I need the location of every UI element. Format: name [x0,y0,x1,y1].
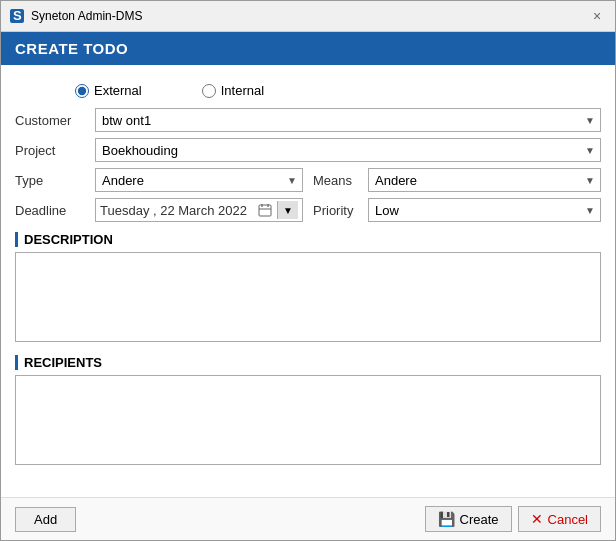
footer-right: 💾 Create ✕ Cancel [425,506,602,532]
project-select-wrapper: Boekhouding [95,138,601,162]
type-means-row: Type Andere Means Andere [15,168,601,192]
cancel-button[interactable]: ✕ Cancel [518,506,601,532]
customer-row: Customer btw ont1 [15,108,601,132]
main-window: S Syneton Admin-DMS × CREATE TODO Extern… [0,0,616,541]
type-label: Type [15,173,95,188]
deadline-value: Tuesday , 22 March 2022 [100,203,253,218]
radio-external-label: External [94,83,142,98]
description-header: DESCRIPTION [15,232,601,247]
customer-select-wrapper: btw ont1 [95,108,601,132]
deadline-part: Deadline Tuesday , 22 March 2022 ▼ [15,198,303,222]
customer-label: Customer [15,113,95,128]
deadline-priority-row: Deadline Tuesday , 22 March 2022 ▼ [15,198,601,222]
project-select[interactable]: Boekhouding [95,138,601,162]
cancel-button-label: Cancel [548,512,588,527]
deadline-dropdown-button[interactable]: ▼ [277,201,298,219]
project-label: Project [15,143,95,158]
svg-text:S: S [13,8,22,23]
means-label: Means [313,173,368,188]
add-button[interactable]: Add [15,507,76,532]
means-part: Means Andere [313,168,601,192]
means-select[interactable]: Andere [368,168,601,192]
svg-rect-2 [259,205,271,216]
type-part: Type Andere [15,168,303,192]
title-bar-left: S Syneton Admin-DMS [9,8,142,24]
radio-internal-label: Internal [221,83,264,98]
radio-internal-input[interactable] [202,84,216,98]
priority-select[interactable]: Low [368,198,601,222]
type-select[interactable]: Andere [95,168,303,192]
create-button[interactable]: 💾 Create [425,506,512,532]
priority-part: Priority Low [313,198,601,222]
title-bar: S Syneton Admin-DMS × [1,1,615,32]
calendar-button[interactable] [256,203,274,217]
save-icon: 💾 [438,511,455,527]
window-title: Syneton Admin-DMS [31,9,142,23]
radio-internal[interactable]: Internal [202,83,264,98]
type-select-wrapper: Andere [95,168,303,192]
priority-select-wrapper: Low [368,198,601,222]
project-row: Project Boekhouding [15,138,601,162]
means-select-wrapper: Andere [368,168,601,192]
deadline-input-wrapper[interactable]: Tuesday , 22 March 2022 ▼ [95,198,303,222]
dialog-title: CREATE TODO [15,40,128,57]
recipients-header: RECIPIENTS [15,355,601,370]
cancel-icon: ✕ [531,511,543,527]
create-button-label: Create [460,512,499,527]
form-body: External Internal Customer btw ont1 Proj… [1,65,615,497]
deadline-label: Deadline [15,203,95,218]
customer-select[interactable]: btw ont1 [95,108,601,132]
close-button[interactable]: × [587,6,607,26]
recipients-textarea[interactable] [15,375,601,465]
calendar-icon [258,203,272,217]
radio-external-input[interactable] [75,84,89,98]
priority-label: Priority [313,203,368,218]
description-textarea[interactable] [15,252,601,342]
footer: Add 💾 Create ✕ Cancel [1,497,615,540]
header-bar: CREATE TODO [1,32,615,65]
radio-external[interactable]: External [75,83,142,98]
app-icon: S [9,8,25,24]
radio-row: External Internal [15,75,601,108]
